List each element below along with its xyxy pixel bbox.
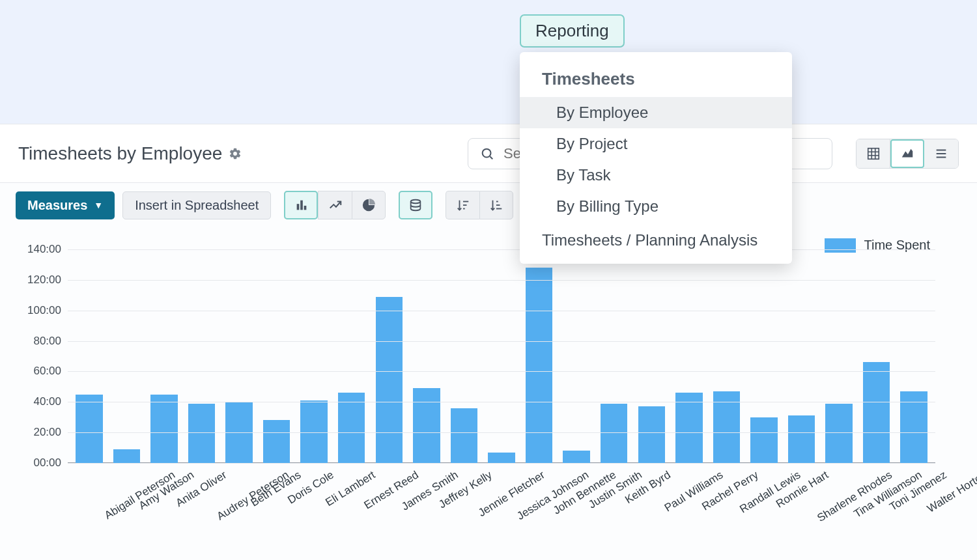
- chart-bar-slot: Jessica Johnson: [483, 249, 520, 463]
- chart-bar-slot: Rachel Perry: [670, 249, 708, 463]
- chart-plot: Abigail PetersonAmy WatsonAnita OliverAu…: [68, 249, 935, 463]
- chart-bar[interactable]: [750, 417, 777, 463]
- chart-y-tick: 140:00: [27, 243, 68, 256]
- list-icon: [934, 147, 948, 161]
- chart-bar-slot: Ernest Reed: [333, 249, 371, 463]
- chart-bar[interactable]: [563, 451, 589, 463]
- dropdown-item-label: By Project: [556, 135, 627, 152]
- chart-bar[interactable]: [788, 415, 815, 463]
- chart-bar[interactable]: [413, 388, 440, 463]
- dropdown-item-by-task[interactable]: By Task: [520, 160, 792, 191]
- chart-bar[interactable]: [451, 408, 477, 463]
- dropdown-item-by-project[interactable]: By Project: [520, 128, 792, 160]
- svg-rect-2: [868, 148, 879, 159]
- chart-bar[interactable]: [76, 395, 102, 463]
- chart-type-line-button[interactable]: [318, 191, 352, 219]
- chart-bar[interactable]: [638, 406, 665, 463]
- view-pivot-button[interactable]: [857, 139, 890, 168]
- chart-bar[interactable]: [376, 297, 403, 463]
- chart-bar-slot: Jeffrey Kelly: [408, 249, 446, 463]
- sort-group: [446, 191, 513, 219]
- dropdown-item-label: By Task: [556, 166, 611, 184]
- chart-gridline: [68, 432, 935, 433]
- pie-chart-icon: [361, 198, 376, 212]
- chart-area: Time Spent Abigail PetersonAmy WatsonAni…: [0, 227, 977, 558]
- chart-bar-slot: Anita Oliver: [145, 249, 183, 463]
- chart-bar[interactable]: [488, 453, 515, 463]
- svg-rect-12: [304, 206, 306, 210]
- chart-y-tick: 00:00: [33, 456, 68, 469]
- chevron-down-icon: ▼: [94, 200, 103, 210]
- gear-icon[interactable]: [229, 147, 242, 160]
- dropdown-item-by-billing-type[interactable]: By Billing Type: [520, 191, 792, 222]
- stacked-toggle-button[interactable]: [399, 191, 432, 219]
- page-title-text: Timesheets by Employee: [18, 143, 222, 164]
- dropdown-bottom-link-label: Timesheets / Planning Analysis: [542, 231, 758, 249]
- sort-asc-button[interactable]: [479, 191, 513, 219]
- line-chart-icon: [328, 198, 343, 212]
- chart-bar[interactable]: [300, 400, 327, 463]
- stack-icon: [408, 198, 423, 212]
- chart-bar[interactable]: [188, 404, 215, 463]
- measures-label: Measures: [27, 198, 87, 213]
- chart-bar-slot: Sharlene Rhodes: [783, 249, 821, 463]
- dropdown-planning-analysis[interactable]: Timesheets / Planning Analysis: [520, 222, 792, 249]
- sort-desc-button[interactable]: [446, 191, 479, 219]
- chart-gridline: [68, 249, 935, 250]
- search-icon: [480, 147, 494, 161]
- chart-bar-slot: Beth Evans: [220, 249, 258, 463]
- chart-type-group: [284, 191, 386, 219]
- chart-bar-slot: James Smith: [371, 249, 408, 463]
- insert-spreadsheet-button[interactable]: Insert in Spreadsheet: [122, 191, 271, 219]
- chart-type-pie-button[interactable]: [352, 191, 386, 219]
- chart-y-tick: 60:00: [33, 365, 68, 378]
- area-chart-icon: [900, 147, 914, 161]
- chart-bar[interactable]: [338, 393, 365, 463]
- dropdown-item-label: By Billing Type: [556, 197, 658, 215]
- chart-y-tick: 100:00: [27, 304, 68, 317]
- chart-bar-slot: Abigail Peterson: [70, 249, 108, 463]
- chart-gridline: [68, 341, 935, 342]
- view-graph-button[interactable]: [890, 139, 924, 168]
- reporting-menu-button[interactable]: Reporting: [520, 14, 625, 48]
- view-switcher: [856, 139, 959, 169]
- chart-bars: Abigail PetersonAmy WatsonAnita OliverAu…: [68, 249, 935, 463]
- chart-bar-slot: Audrey Peterson: [183, 249, 221, 463]
- insert-spreadsheet-label: Insert in Spreadsheet: [135, 198, 259, 212]
- chart-y-tick: 120:00: [27, 273, 68, 287]
- chart-bar[interactable]: [675, 393, 702, 463]
- dropdown-item-label: By Employee: [556, 104, 648, 121]
- chart-bar[interactable]: [150, 395, 177, 463]
- svg-point-0: [483, 148, 491, 157]
- svg-point-13: [411, 200, 421, 204]
- chart-bar-slot: Amy Watson: [108, 249, 146, 463]
- sort-desc-icon: [456, 198, 470, 212]
- measures-button[interactable]: Measures ▼: [16, 191, 115, 219]
- reporting-dropdown: Timesheets By Employee By Project By Tas…: [520, 52, 792, 264]
- chart-gridline: [68, 463, 935, 464]
- view-list-button[interactable]: [924, 139, 958, 168]
- chart-bar-slot: Justin Smith: [558, 249, 595, 463]
- chart-bar-slot: Tina Williamson: [820, 249, 858, 463]
- chart-type-bar-button[interactable]: [284, 191, 318, 219]
- chart-bar[interactable]: [863, 362, 890, 463]
- page-title: Timesheets by Employee: [18, 143, 242, 164]
- sort-asc-icon: [489, 198, 503, 212]
- chart-y-tick: 20:00: [33, 426, 68, 439]
- svg-line-1: [490, 156, 492, 159]
- dropdown-section-title: Timesheets: [520, 61, 792, 97]
- dropdown-item-by-employee[interactable]: By Employee: [520, 97, 792, 128]
- chart-y-tick: 40:00: [33, 395, 68, 408]
- chart-y-tick: 80:00: [33, 335, 68, 348]
- reporting-menu-label: Reporting: [535, 21, 609, 40]
- chart-bar[interactable]: [825, 404, 852, 463]
- chart-bar[interactable]: [113, 449, 140, 463]
- chart-bar[interactable]: [263, 420, 290, 463]
- chart-gridline: [68, 280, 935, 281]
- chart-gridline: [68, 371, 935, 372]
- chart-bar[interactable]: [526, 268, 552, 463]
- chart-bar-slot: Walter Horton: [895, 249, 933, 463]
- chart-bar-slot: Doris Cole: [258, 249, 296, 463]
- chart-bar-slot: Toni Jimenez: [858, 249, 896, 463]
- chart-bar[interactable]: [601, 404, 627, 463]
